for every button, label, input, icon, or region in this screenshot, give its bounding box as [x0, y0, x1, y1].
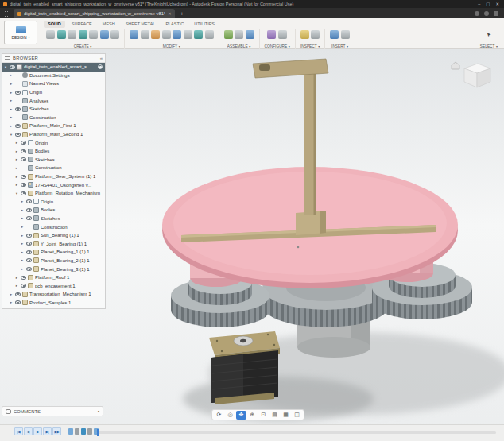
expand-arrow[interactable]: ► — [14, 149, 19, 153]
timeline-play-icon[interactable]: ▶ — [33, 427, 42, 435]
visibility-eye-icon[interactable] — [21, 183, 26, 187]
minimize-button[interactable]: – — [478, 2, 480, 6]
close-button[interactable]: ✕ — [495, 2, 499, 6]
timeline-step-back-icon[interactable]: ◀ — [24, 427, 33, 435]
tree-row[interactable]: ► Product_Samples 1 — [2, 299, 105, 308]
tree-row[interactable]: ► Sketches — [2, 215, 105, 223]
visibility-eye-icon[interactable] — [26, 267, 32, 271]
tree-row[interactable]: ▼ Platform_Main_Second 1 — [2, 130, 105, 139]
expand-arrow[interactable]: ► — [20, 250, 25, 254]
tree-row[interactable]: ► Origin — [2, 88, 105, 97]
expand-arrow[interactable]: ► — [14, 157, 19, 161]
job-status-icon[interactable] — [475, 11, 479, 16]
notifications-icon[interactable] — [484, 11, 489, 16]
tab-surface[interactable]: SURFACE — [68, 21, 96, 28]
visibility-eye-icon[interactable] — [26, 199, 32, 203]
section-analysis-icon[interactable] — [311, 30, 320, 39]
orbit-icon[interactable]: ⟳ — [214, 411, 224, 420]
expand-arrow[interactable]: ► — [14, 183, 19, 187]
shell-icon[interactable] — [162, 30, 171, 39]
expand-arrow[interactable]: ► — [9, 300, 14, 304]
tree-row[interactable]: ► Planet_Bearing_3 (1) 1 — [2, 265, 105, 273]
expand-arrow[interactable]: ► — [9, 82, 14, 86]
ribbon-group-label-create[interactable]: CREATE▾ — [74, 44, 92, 48]
tree-row[interactable]: ► Construction — [2, 114, 105, 122]
expand-arrow[interactable]: ► — [20, 199, 25, 203]
tree-row[interactable]: ► Named Views — [2, 79, 105, 88]
visibility-eye-icon[interactable] — [26, 250, 32, 254]
move-copy-icon[interactable] — [205, 30, 214, 39]
insert-derive-icon[interactable] — [330, 30, 339, 39]
extrude-icon[interactable] — [57, 30, 66, 39]
expand-arrow[interactable]: ► — [20, 242, 25, 246]
ribbon-group-label-select[interactable]: SELECT▾ — [480, 44, 498, 48]
expand-arrow[interactable]: ► — [20, 258, 25, 262]
tab-utilities[interactable]: UTILITIES — [190, 21, 219, 28]
visibility-eye-icon[interactable] — [21, 284, 26, 288]
model-top-handle[interactable] — [253, 59, 328, 78]
visibility-eye-icon[interactable] — [26, 242, 32, 246]
create-sketch-icon[interactable] — [46, 30, 55, 39]
profile-icon[interactable] — [494, 11, 498, 16]
hole-icon[interactable] — [100, 30, 109, 39]
press-pull-icon[interactable] — [130, 30, 138, 39]
split-body-icon[interactable] — [194, 30, 203, 39]
chamfer-icon[interactable] — [151, 30, 160, 39]
tab-mesh[interactable]: MESH — [99, 21, 119, 28]
tree-row[interactable]: ► Planet_Bearing_2 (1) 1 — [2, 257, 105, 265]
tab-solid[interactable]: SOLID — [44, 21, 65, 28]
pan-icon[interactable]: ✥ — [236, 411, 246, 420]
ribbon-group-label-inspect[interactable]: INSPECT▾ — [300, 44, 320, 48]
expand-arrow[interactable]: ► — [9, 73, 14, 77]
visibility-eye-icon[interactable] — [21, 149, 26, 153]
ribbon-group-label-modify[interactable]: MODIFY▾ — [163, 44, 180, 48]
sweep-icon[interactable] — [79, 30, 87, 39]
collapse-browser-icon[interactable]: « — [100, 56, 103, 60]
grid-snaps-icon[interactable]: ▦ — [281, 411, 291, 420]
tree-row[interactable]: ► Analyses — [2, 96, 105, 105]
tree-row[interactable]: ► Construction — [2, 222, 105, 231]
look-at-icon[interactable]: ◎ — [225, 411, 235, 420]
expand-arrow[interactable]: ► — [9, 91, 14, 95]
expand-arrow[interactable]: ► — [20, 216, 25, 220]
visibility-eye-icon[interactable] — [26, 208, 32, 212]
timeline-marker-icon[interactable] — [75, 428, 79, 435]
tree-row[interactable]: ► Sketches — [2, 105, 105, 114]
visibility-eye-icon[interactable] — [21, 175, 26, 179]
expand-arrow[interactable]: ► — [14, 166, 19, 170]
expand-arrow[interactable]: ► — [9, 124, 14, 128]
workspace-selector[interactable]: DESIGN▾ — [4, 21, 37, 44]
tab-close-icon[interactable]: ✕ — [168, 11, 171, 16]
ribbon-group-label-configure[interactable]: CONFIGURE▾ — [265, 44, 290, 48]
expand-arrow[interactable]: ► — [9, 115, 14, 119]
expand-arrow[interactable]: ► — [20, 234, 25, 238]
tree-row[interactable]: ► Construction — [2, 164, 105, 172]
display-settings-icon[interactable]: ▤ — [269, 411, 280, 420]
ribbon-group-label-assemble[interactable]: ASSEMBLE▾ — [227, 44, 250, 48]
comments-panel[interactable]: COMMENTS ▾ — [2, 406, 103, 416]
motion-link-icon[interactable] — [246, 30, 254, 39]
expand-arrow[interactable]: ► — [9, 107, 14, 111]
visibility-eye-icon[interactable] — [15, 107, 21, 111]
tree-row[interactable]: ► Origin — [2, 138, 105, 147]
pattern-icon[interactable] — [110, 30, 119, 39]
tree-row[interactable]: ► Planet_Bearing_1 (1) 1 — [2, 248, 105, 257]
expand-arrow[interactable]: ► — [20, 225, 25, 229]
visibility-eye-icon[interactable] — [15, 124, 21, 128]
new-component-icon[interactable] — [224, 30, 233, 39]
tree-row[interactable]: ► Platform_Main_First 1 — [2, 122, 105, 130]
configuration-table-icon[interactable] — [278, 30, 287, 39]
ribbon-group-label-insert[interactable]: INSERT▾ — [331, 44, 348, 48]
timeline-track[interactable] — [97, 431, 496, 434]
tree-row[interactable]: ► Y_Joint_Bearing (1) 1 — [2, 239, 105, 248]
timeline-marker-icon[interactable] — [81, 428, 86, 435]
visibility-eye-icon[interactable] — [21, 157, 26, 161]
maximize-button[interactable]: ▢ — [486, 2, 490, 6]
timeline-skip-end-icon[interactable]: ▶▶ — [52, 427, 61, 435]
tree-row[interactable]: ► pcb_encasement 1 — [2, 281, 105, 290]
expand-arrow[interactable]: ► — [14, 175, 19, 179]
active-component-radio-icon[interactable] — [98, 64, 103, 69]
tree-row[interactable]: ► Bodies — [2, 147, 105, 156]
expand-arrow[interactable]: ► — [14, 276, 19, 280]
tree-row[interactable]: ► Transportation_Mechanism 1 — [2, 290, 105, 299]
